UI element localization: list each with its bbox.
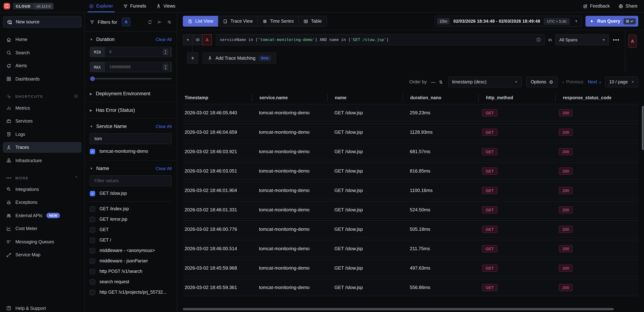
sidebar-item-cost-meter[interactable]: Cost Meter: [3, 223, 82, 234]
min-stepper[interactable]: ▲▼: [163, 49, 168, 55]
sidebar-item-home[interactable]: Home: [3, 34, 82, 45]
table-row[interactable]: 2026-03-02 18:45:59.361tomcat-monitoring…: [183, 278, 638, 296]
duration-slider[interactable]: [90, 78, 172, 79]
query-side-a-badge[interactable]: A: [628, 35, 637, 48]
checkbox-unchecked[interactable]: [90, 248, 95, 253]
table-row[interactable]: 2026-03-02 18:46:00.514tomcat-monitoring…: [183, 240, 638, 257]
service-name-search-input[interactable]: [94, 136, 168, 142]
collapse-left-icon[interactable]: [157, 20, 162, 24]
table-row[interactable]: 2026-03-02 18:46:00.776tomcat-monitoring…: [183, 220, 638, 238]
sort-select[interactable]: timestamp (desc) ▼: [448, 77, 522, 87]
deployment-environment-section[interactable]: ▶ Deployment Environment: [85, 86, 177, 102]
sidebar-item-search[interactable]: Search: [3, 47, 82, 58]
checkbox-unchecked[interactable]: [90, 289, 95, 295]
query-a-badge[interactable]: A: [122, 18, 130, 26]
sidebar-item-alerts[interactable]: Alerts: [3, 60, 82, 71]
run-query-button[interactable]: Run Query ⌘ ↵: [586, 16, 638, 27]
app-logo-icon[interactable]: [4, 3, 10, 9]
filter-option[interactable]: ✓tomcat-monitoring-demo: [90, 148, 172, 155]
table-row[interactable]: 2026-03-02 18:46:05.840tomcat-monitoring…: [183, 104, 638, 122]
sidebar-section-more[interactable]: •••MORE⌃: [3, 175, 82, 180]
min-input[interactable]: [108, 49, 163, 55]
sidebar-item-external-apis[interactable]: External APIsNEW: [3, 210, 82, 221]
sidebar-item-logs[interactable]: Logs: [3, 129, 82, 140]
table-row[interactable]: 2026-03-02 18:45:59.968tomcat-monitoring…: [183, 259, 638, 277]
has-error-section[interactable]: ▶ Has Error (Status): [85, 102, 177, 119]
name-clear-all[interactable]: Clear All: [156, 166, 172, 171]
sidebar-item-traces[interactable]: Traces: [3, 142, 82, 153]
sidebar-item-integrations[interactable]: Integrations: [3, 184, 82, 195]
tab-trace-view[interactable]: Trace View: [218, 16, 258, 27]
filter-option[interactable]: ✓GET /slow.jsp: [90, 190, 172, 197]
tab-time-series[interactable]: Time Series: [257, 16, 298, 27]
sort-direction-icon[interactable]: — ⇅: [431, 79, 444, 85]
sidebar-item-services[interactable]: Services: [3, 116, 82, 127]
tab-list-view[interactable]: List View: [183, 16, 218, 27]
tab-table[interactable]: Table: [298, 16, 327, 27]
query-label-badge[interactable]: A: [202, 34, 212, 45]
add-trace-matching-button[interactable]: Add Trace Matching Beta: [202, 53, 276, 64]
table-row[interactable]: 2026-03-02 18:46:01.331tomcat-monitoring…: [183, 201, 638, 218]
slider-knob[interactable]: [90, 76, 95, 81]
chevron-up-icon[interactable]: ⌃: [75, 176, 78, 180]
sidebar-item-messaging-queues[interactable]: Messaging Queues: [3, 236, 82, 247]
chevron-down-icon[interactable]: ▼: [90, 167, 93, 170]
info-icon[interactable]: [536, 37, 541, 42]
timezone-badge[interactable]: UTC + 5:30: [544, 18, 570, 25]
horizontal-scrollbar[interactable]: [183, 308, 614, 310]
query-more-button[interactable]: •••: [613, 37, 620, 43]
max-input[interactable]: [108, 64, 163, 70]
checkbox-unchecked[interactable]: [90, 206, 95, 211]
filter-option[interactable]: GET /error.jsp: [90, 216, 172, 222]
filter-option[interactable]: GET /: [90, 237, 172, 243]
feedback-button[interactable]: Feedback: [583, 4, 610, 9]
sidebar-item-exceptions[interactable]: Exceptions: [3, 197, 82, 208]
filter-option[interactable]: middleware - jsonParser: [90, 258, 172, 264]
options-button[interactable]: Options ⚙: [526, 77, 558, 87]
sidebar-item-help-support[interactable]: Help & Support: [3, 303, 82, 312]
filter-option[interactable]: http GET /v1/projects/prj_55732...: [90, 289, 172, 295]
query-collapse-button[interactable]: ▼: [183, 34, 192, 45]
vertical-scrollbar-thumb[interactable]: [642, 106, 644, 150]
sync-icon[interactable]: [148, 20, 152, 24]
duration-clear-all[interactable]: Clear All: [156, 37, 172, 42]
sidebar-item-service-map[interactable]: Service Map: [3, 249, 82, 260]
sidebar-section-shortcuts[interactable]: SHORTCUTS: [3, 94, 82, 99]
top-nav-funnels[interactable]: Funnels: [123, 0, 146, 12]
checkbox-unchecked[interactable]: [90, 217, 95, 222]
share-button[interactable]: Share: [618, 4, 638, 9]
filter-option[interactable]: search request: [90, 278, 172, 285]
query-expression-input[interactable]: serviceName in ['tomcat-monitoring-demo'…: [216, 34, 545, 45]
table-row[interactable]: 2026-03-02 18:46:03.051tomcat-monitoring…: [183, 162, 638, 180]
column-header-duration-nano[interactable]: duration_nano: [403, 94, 478, 102]
column-header-http-method[interactable]: http_method: [478, 94, 555, 102]
checkbox-unchecked[interactable]: [90, 258, 95, 264]
chevron-down-icon[interactable]: ▼: [90, 125, 93, 128]
checkbox-unchecked[interactable]: [90, 237, 95, 243]
top-nav-views[interactable]: Views: [156, 0, 175, 12]
new-source-button[interactable]: New source: [3, 16, 82, 28]
column-header-service-name[interactable]: service.name: [252, 94, 327, 102]
max-stepper[interactable]: ▲▼: [163, 64, 168, 71]
checkbox-unchecked[interactable]: [90, 279, 95, 284]
chevron-down-icon[interactable]: ▼: [90, 38, 93, 41]
page-size-select[interactable]: 10 / page ▼: [605, 77, 638, 87]
checkbox-checked[interactable]: ✓: [90, 191, 95, 196]
time-range-picker[interactable]: 15m 02/03/2026 18:34:48 - 02/03/2026 18:…: [434, 16, 582, 27]
checkbox-checked[interactable]: ✓: [90, 149, 95, 154]
service-name-clear-all[interactable]: Clear All: [156, 124, 172, 129]
checkbox-unchecked[interactable]: [90, 269, 95, 274]
filter-option[interactable]: http POST /v1/search: [90, 268, 172, 275]
vertical-scrollbar[interactable]: [642, 13, 644, 312]
table-row[interactable]: 2026-03-02 18:46:03.921tomcat-monitoring…: [183, 143, 638, 160]
filter-option[interactable]: middleware - <anonymous>: [90, 247, 172, 254]
table-row[interactable]: 2026-03-02 18:46:01.904tomcat-monitoring…: [183, 182, 638, 199]
filter-settings-icon[interactable]: [167, 20, 172, 24]
add-query-button[interactable]: +: [187, 53, 198, 64]
next-page-button[interactable]: Next ›: [588, 79, 601, 85]
top-nav-explorer[interactable]: Explorer: [89, 0, 113, 12]
previous-page-button[interactable]: ‹ Previous: [562, 79, 584, 85]
sidebar-item-dashboards[interactable]: Dashboards: [3, 74, 82, 84]
checkbox-unchecked[interactable]: [90, 227, 95, 232]
column-header-timestamp[interactable]: Timestamp: [183, 94, 252, 102]
